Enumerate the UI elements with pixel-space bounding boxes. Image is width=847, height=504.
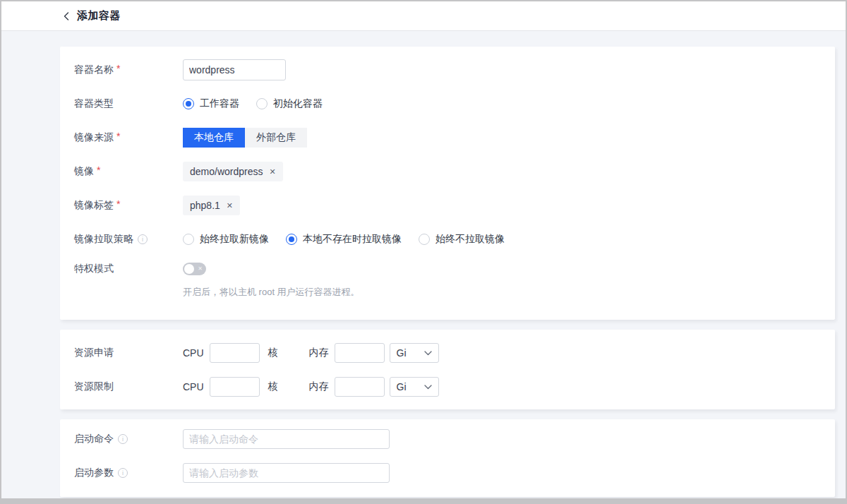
radio-unselected-icon (256, 98, 268, 109)
radio-label: 初始化容器 (273, 97, 323, 110)
chevron-down-icon (424, 351, 432, 356)
start-args-input[interactable] (183, 463, 390, 483)
close-icon[interactable]: ✕ (270, 168, 276, 176)
required-mark: * (116, 131, 120, 142)
request-cpu-input[interactable] (210, 343, 260, 363)
radio-init-container[interactable]: 初始化容器 (256, 97, 323, 110)
chevron-down-icon (424, 385, 432, 390)
image-tag-chip-text: php8.1 (190, 200, 220, 211)
limit-memory-input[interactable] (335, 377, 385, 397)
image-source-label: 镜像来源 * (74, 131, 183, 144)
image-tag-chip[interactable]: php8.1 ✕ (183, 196, 240, 215)
radio-selected-icon (286, 234, 297, 245)
radio-unselected-icon (183, 234, 194, 245)
privileged-mode-row: 特权模式 ✕ 开启后，将以主机 root 用户运行容器进程。 (74, 263, 818, 299)
container-type-radio-group: 工作容器 初始化容器 (183, 97, 323, 110)
privileged-mode-control: ✕ 开启后，将以主机 root 用户运行容器进程。 (183, 263, 360, 299)
radio-label: 工作容器 (200, 97, 239, 110)
required-mark: * (116, 198, 120, 210)
radio-selected-icon (183, 98, 194, 109)
resource-limit-label: 资源限制 (74, 380, 183, 393)
image-chip[interactable]: demo/wordpress ✕ (183, 162, 283, 181)
resource-limit-row: 资源限制 CPU 核 内存 Gi (74, 377, 818, 397)
container-name-label: 容器名称 * (74, 64, 183, 76)
info-icon[interactable]: i (118, 468, 128, 478)
required-mark: * (97, 164, 100, 176)
source-local-registry-button[interactable]: 本地仓库 (183, 128, 245, 148)
toggle-off-icon: ✕ (198, 266, 203, 272)
cpu-unit-label: 核 (268, 347, 278, 359)
page-header: 添加容器 (1, 1, 846, 31)
close-icon[interactable]: ✕ (227, 202, 233, 210)
resource-request-label: 资源申请 (74, 347, 183, 359)
resources-card: 资源申请 CPU 核 内存 Gi 资源限制 CPU (60, 330, 835, 409)
toggle-knob (184, 264, 194, 274)
radio-work-container[interactable]: 工作容器 (183, 97, 239, 110)
required-mark: * (116, 63, 120, 74)
info-icon[interactable]: i (138, 234, 148, 244)
image-label: 镜像 * (74, 165, 183, 178)
app-window: 添加容器 容器名称 * 容器类型 工作容器 (0, 0, 847, 504)
back-button[interactable] (62, 11, 71, 21)
start-command-row: 启动命令 i (74, 429, 818, 449)
start-args-label: 启动参数 i (74, 467, 183, 479)
back-chevron-icon (62, 11, 71, 21)
image-source-segmented: 本地仓库 外部仓库 (183, 128, 307, 148)
memory-label: 内存 (309, 380, 329, 393)
basic-settings-card: 容器名称 * 容器类型 工作容器 初始化容器 (60, 47, 835, 320)
radio-label: 本地不存在时拉取镜像 (303, 233, 402, 246)
radio-pull-if-not-present[interactable]: 本地不存在时拉取镜像 (286, 233, 402, 246)
request-memory-unit-select[interactable]: Gi (390, 343, 439, 363)
source-external-registry-button[interactable]: 外部仓库 (245, 128, 307, 148)
privileged-hint: 开启后，将以主机 root 用户运行容器进程。 (183, 286, 360, 299)
startup-card: 启动命令 i 启动参数 i (60, 419, 835, 497)
container-type-row: 容器类型 工作容器 初始化容器 (74, 93, 818, 114)
limit-cpu-input[interactable] (210, 377, 260, 397)
pull-policy-label: 镜像拉取策略 i (74, 233, 183, 246)
limit-memory-unit-select[interactable]: Gi (390, 377, 439, 397)
image-source-row: 镜像来源 * 本地仓库 外部仓库 (74, 127, 818, 148)
pull-policy-row: 镜像拉取策略 i 始终拉取新镜像 本地不存在时拉取镜像 始终不拉取镜像 (74, 229, 818, 250)
memory-unit-value: Gi (397, 381, 407, 392)
start-command-label: 启动命令 i (74, 433, 183, 445)
start-args-row: 启动参数 i (74, 463, 818, 483)
container-name-row: 容器名称 * (74, 59, 818, 80)
cpu-unit-label: 核 (268, 380, 278, 393)
privileged-toggle[interactable]: ✕ (183, 263, 206, 275)
container-type-label: 容器类型 (74, 97, 183, 110)
memory-unit-value: Gi (397, 347, 407, 359)
info-icon[interactable]: i (118, 434, 128, 444)
radio-never-pull[interactable]: 始终不拉取镜像 (419, 233, 505, 246)
pull-policy-radio-group: 始终拉取新镜像 本地不存在时拉取镜像 始终不拉取镜像 (183, 233, 505, 246)
privileged-mode-label: 特权模式 (74, 263, 183, 275)
request-memory-input[interactable] (335, 343, 385, 363)
radio-label: 始终不拉取镜像 (435, 233, 505, 246)
radio-always-pull[interactable]: 始终拉取新镜像 (183, 233, 269, 246)
radio-unselected-icon (419, 234, 430, 245)
cpu-label: CPU (183, 381, 204, 392)
resource-request-row: 资源申请 CPU 核 内存 Gi (74, 343, 818, 363)
container-name-input[interactable] (183, 59, 286, 80)
image-tag-label: 镜像标签 * (74, 199, 183, 212)
radio-label: 始终拉取新镜像 (200, 233, 269, 246)
image-row: 镜像 * demo/wordpress ✕ (74, 161, 818, 182)
form-content: 容器名称 * 容器类型 工作容器 初始化容器 (1, 31, 846, 498)
memory-label: 内存 (309, 347, 329, 359)
image-chip-text: demo/wordpress (190, 166, 263, 177)
start-command-input[interactable] (183, 429, 390, 449)
page-title: 添加容器 (77, 9, 121, 23)
cpu-label: CPU (183, 347, 204, 359)
image-tag-row: 镜像标签 * php8.1 ✕ (74, 195, 818, 216)
